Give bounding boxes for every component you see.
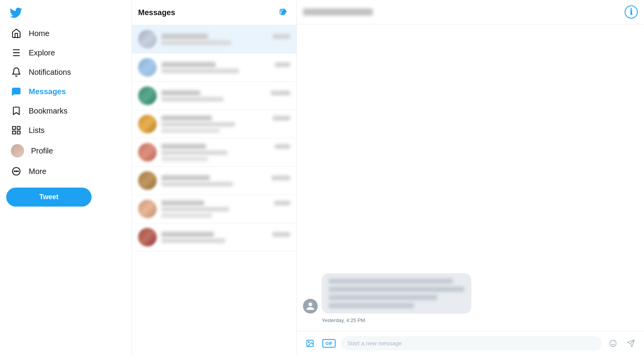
svg-rect-3 xyxy=(12,126,16,129)
conversation-item[interactable] xyxy=(132,223,296,252)
chat-header: ℹ xyxy=(297,0,644,24)
home-icon xyxy=(11,28,22,39)
conversation-item[interactable] xyxy=(132,25,296,53)
sidebar-item-bookmarks[interactable]: Bookmarks xyxy=(6,102,125,120)
conversation-content xyxy=(161,175,290,186)
sidebar-item-profile[interactable]: Profile xyxy=(6,140,125,161)
image-icon[interactable] xyxy=(303,336,317,350)
conversation-content xyxy=(161,34,290,45)
conversation-name xyxy=(161,115,212,121)
send-button[interactable] xyxy=(624,336,638,350)
conversation-content xyxy=(161,144,290,161)
chat-sender-avatar xyxy=(303,299,318,314)
messages-list xyxy=(132,25,296,355)
conversation-time xyxy=(275,144,290,149)
bookmarks-icon xyxy=(11,105,22,116)
sidebar-item-more[interactable]: More xyxy=(6,162,125,181)
notifications-icon xyxy=(11,67,22,78)
sidebar-item-messages[interactable]: Messages xyxy=(6,82,125,101)
sidebar-item-more-label: More xyxy=(29,167,47,176)
conversation-time xyxy=(272,176,290,180)
conversation-name xyxy=(161,232,214,237)
conversation-content xyxy=(161,90,290,102)
conversation-content xyxy=(161,115,290,133)
chat-info-button[interactable]: ℹ xyxy=(625,5,638,19)
conversation-preview xyxy=(161,150,227,155)
sidebar-item-bookmarks-label: Bookmarks xyxy=(29,107,68,115)
conversation-avatar xyxy=(138,143,157,162)
conversation-preview xyxy=(161,238,225,243)
conversation-preview xyxy=(161,97,223,102)
sidebar-item-lists[interactable]: Lists xyxy=(6,121,125,140)
lists-icon xyxy=(11,125,22,136)
sidebar-item-explore-label: Explore xyxy=(29,48,55,57)
tweet-button[interactable]: Tweet xyxy=(6,188,92,207)
conversation-preview xyxy=(161,40,231,45)
svg-point-14 xyxy=(610,340,616,346)
conversation-name xyxy=(161,175,210,181)
conversation-time xyxy=(274,201,290,205)
explore-icon xyxy=(11,47,22,58)
conversation-preview xyxy=(161,69,239,73)
conversation-name xyxy=(161,62,216,67)
conversation-item[interactable] xyxy=(132,138,296,167)
chat-bubble-area xyxy=(303,273,638,314)
conversation-item[interactable] xyxy=(132,82,296,110)
conversation-preview xyxy=(161,207,229,212)
gif-icon[interactable]: GIF xyxy=(322,339,336,348)
emoji-icon[interactable] xyxy=(606,336,620,350)
compose-button[interactable] xyxy=(276,5,290,19)
sidebar-item-explore[interactable]: Explore xyxy=(6,43,125,62)
messages-icon xyxy=(11,86,22,97)
conversation-preview xyxy=(161,182,233,186)
conversation-item[interactable] xyxy=(132,167,296,195)
chat-timestamp: Yesterday, 4:25 PM xyxy=(322,317,638,323)
sidebar-item-home-label: Home xyxy=(29,29,49,38)
conversation-name xyxy=(161,200,204,206)
svg-rect-6 xyxy=(17,131,20,134)
sidebar-item-home[interactable]: Home xyxy=(6,24,125,43)
sidebar-item-notifications[interactable]: Notifications xyxy=(6,63,125,81)
more-icon xyxy=(11,166,22,177)
conversation-avatar xyxy=(138,30,157,48)
svg-point-13 xyxy=(308,341,309,343)
twitter-logo[interactable] xyxy=(6,3,26,22)
messages-header: Messages xyxy=(132,0,296,25)
bubble-text-line xyxy=(329,279,453,284)
svg-rect-4 xyxy=(17,126,20,129)
conversation-avatar xyxy=(138,58,157,77)
conversation-item[interactable] xyxy=(132,195,296,223)
conversation-content xyxy=(161,62,290,73)
conversation-time xyxy=(273,34,290,39)
conversation-avatar xyxy=(138,200,157,218)
messages-panel: Messages xyxy=(132,0,297,355)
chat-input-bar: GIF xyxy=(297,331,644,355)
chat-panel: ℹ Yesterday, 4:25 PM xyxy=(297,0,644,355)
conversation-content xyxy=(161,232,290,243)
chat-user-name xyxy=(303,9,373,16)
sidebar: Home Explore Notifications Messa xyxy=(0,0,132,355)
avatar xyxy=(11,144,24,157)
conversation-content xyxy=(161,200,290,218)
conversation-time xyxy=(272,232,290,237)
bubble-text-line xyxy=(329,287,464,292)
sidebar-item-lists-label: Lists xyxy=(29,126,45,135)
bubble-text-line xyxy=(329,295,437,300)
conversation-time xyxy=(271,91,290,95)
conversation-preview-2 xyxy=(161,213,212,218)
conversation-avatar xyxy=(138,115,157,133)
conversation-avatar xyxy=(138,86,157,105)
conversation-name xyxy=(161,34,208,39)
conversation-time xyxy=(275,62,290,67)
conversation-name xyxy=(161,144,206,149)
conversation-time xyxy=(273,116,290,121)
conversation-preview-2 xyxy=(161,128,220,133)
conversation-item[interactable] xyxy=(132,110,296,138)
sidebar-item-notifications-label: Notifications xyxy=(29,68,71,77)
conversation-item[interactable] xyxy=(132,53,296,82)
message-input[interactable] xyxy=(341,336,602,350)
svg-point-8 xyxy=(14,171,15,172)
svg-point-10 xyxy=(17,171,18,172)
chat-messages: Yesterday, 4:25 PM xyxy=(297,24,644,331)
conversation-avatar xyxy=(138,171,157,190)
